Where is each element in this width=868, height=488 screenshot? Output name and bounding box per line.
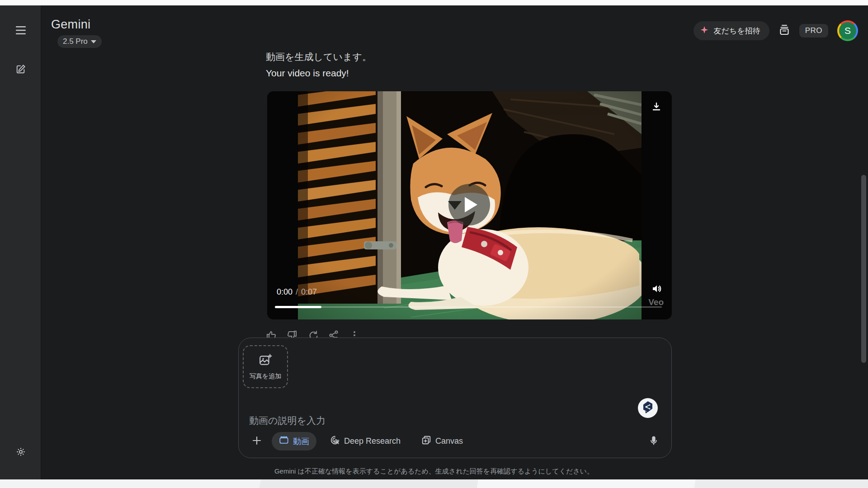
menu-button[interactable] xyxy=(11,20,31,40)
sidebar xyxy=(0,5,41,479)
add-attachment-button[interactable] xyxy=(248,432,266,450)
chevron-down-icon xyxy=(91,40,96,43)
tool-chip-video-label: 動画 xyxy=(293,436,309,447)
settings-button[interactable] xyxy=(11,442,31,462)
sparkle-icon xyxy=(700,25,709,37)
play-icon xyxy=(465,197,477,212)
tool-chip-canvas[interactable]: Canvas xyxy=(414,432,470,450)
scrollbar-thumb[interactable] xyxy=(861,175,866,363)
gemini-app-window: Gemini 2.5 Pro 友だちを招待 PRO S xyxy=(0,5,868,479)
account-avatar[interactable]: S xyxy=(837,20,858,41)
magnifier-swirl-icon xyxy=(330,435,340,447)
video-player[interactable]: 0:00 / 0:07 Veo xyxy=(267,91,672,319)
model-selector-label: 2.5 Pro xyxy=(63,37,88,46)
tool-chip-video[interactable]: 動画 xyxy=(272,432,316,450)
current-time: 0:00 xyxy=(277,287,292,297)
assistant-message-ja: 動画を生成しています。 xyxy=(266,51,372,63)
extension-badge[interactable] xyxy=(638,398,658,418)
invite-friends-label: 友だちを招待 xyxy=(713,26,760,36)
add-photo-button[interactable]: 写真を追加 xyxy=(243,345,288,388)
plus-icon xyxy=(251,435,262,448)
hexagon-chat-logo-icon xyxy=(640,399,656,417)
pro-badge-label: PRO xyxy=(805,26,822,35)
download-icon xyxy=(651,106,662,113)
disclaimer-text: Gemini は不正確な情報を表示することがあるため、生成された回答を再確認する… xyxy=(0,467,868,476)
archive-box-icon xyxy=(778,24,790,38)
app-title: Gemini xyxy=(51,18,90,32)
microphone-icon xyxy=(649,435,659,448)
new-chat-button[interactable] xyxy=(11,59,31,79)
avatar-initial: S xyxy=(839,22,856,39)
download-video-button[interactable] xyxy=(651,101,662,114)
desktop-bottom-strip xyxy=(0,479,868,488)
pro-badge: PRO xyxy=(799,24,828,38)
volume-icon xyxy=(651,288,662,296)
prompt-input[interactable] xyxy=(249,413,538,428)
tool-chip-deep-research-label: Deep Research xyxy=(344,436,401,446)
add-photo-label: 写真を追加 xyxy=(250,372,281,380)
desktop-top-strip xyxy=(0,0,868,5)
image-plus-icon xyxy=(259,353,272,369)
activity-history-button[interactable] xyxy=(778,24,790,38)
tool-chip-deep-research[interactable]: Deep Research xyxy=(323,432,408,450)
composer-toolbar: 動画 Deep Research Canvas xyxy=(248,432,663,450)
header-actions: 友だちを招待 PRO S xyxy=(693,17,858,44)
film-icon xyxy=(279,435,289,447)
tool-chip-canvas-label: Canvas xyxy=(435,436,463,446)
pencil-square-icon xyxy=(16,64,26,74)
time-display: 0:00 / 0:07 xyxy=(277,287,317,297)
progress-track[interactable] xyxy=(275,306,662,308)
model-selector[interactable]: 2.5 Pro xyxy=(57,35,102,48)
volume-button[interactable] xyxy=(651,283,662,296)
duration: 0:07 xyxy=(301,287,317,297)
screen: Gemini 2.5 Pro 友だちを招待 PRO S xyxy=(0,0,868,488)
stacked-squares-plus-icon xyxy=(421,435,431,447)
mic-button[interactable] xyxy=(644,432,663,451)
play-button[interactable] xyxy=(448,184,490,225)
gear-icon xyxy=(16,447,26,457)
veo-watermark: Veo xyxy=(648,297,664,307)
progress-fill xyxy=(275,306,321,308)
time-separator: / xyxy=(296,287,298,297)
invite-friends-button[interactable]: 友だちを招待 xyxy=(693,21,769,40)
hamburger-icon xyxy=(16,26,26,34)
prompt-composer: 写真を追加 動画 xyxy=(238,338,672,458)
assistant-message-en: Your video is ready! xyxy=(266,68,349,79)
